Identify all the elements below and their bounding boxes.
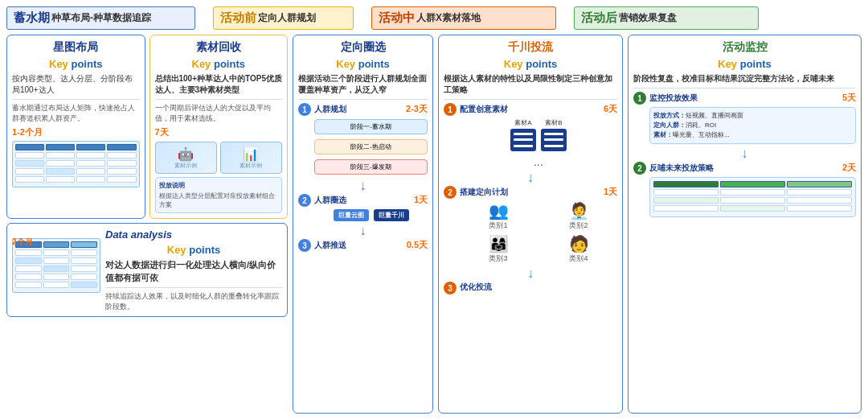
star-layout-title: 星图布局 — [12, 40, 140, 55]
phase-headers: 蓄水期 种草布局-种草数据追踪 活动前 定向人群规划 活动中 人群X素材落地 活… — [6, 6, 862, 30]
star-table-mock — [12, 141, 140, 187]
content-row: 星图布局 Key points 按内容类型、达人分层、分阶段布局100+达人 蓄… — [6, 35, 862, 414]
qc-step1-label: 配置创意素材 — [460, 104, 508, 115]
monitor-title: 活动监控 — [633, 40, 856, 55]
qianchuan-card: 千川投流 Key points 根据达人素材的特性以及局限性制定三种创意加工策略… — [438, 35, 623, 414]
logo2: 巨量千川 — [374, 209, 409, 221]
film-icon-b — [541, 129, 567, 151]
qc-step3-label: 优化投流 — [460, 282, 492, 293]
qc-step1-time: 6天 — [604, 103, 617, 115]
cat4: 🧑 类别4 — [540, 234, 617, 264]
arrow2: ↓ — [298, 224, 428, 237]
mon-step2-time: 2天 — [842, 162, 856, 174]
step2-time: 1天 — [414, 194, 428, 206]
mon-step2-label: 反哺未来投放策略 — [649, 163, 714, 174]
pre-section: 星图布局 Key points 按内容类型、达人分层、分阶段布局100+达人 蓄… — [6, 35, 288, 414]
qc-arrow2: ↓ — [444, 267, 617, 280]
material-time-badge: 7天 — [155, 126, 169, 138]
data-body-small: 持续追踪达人效果，以及时细化人群的重叠转化率跟踪阶段数。 — [105, 291, 282, 311]
audience-step-3: 3 人群推送 0.5天 — [298, 239, 428, 252]
qc-step2-time: 1天 — [604, 186, 617, 198]
monitor-details-card: 投放方式：短视频、直播间画面 定向人群：消耗、ROI 素材：曝光量、互动指标..… — [649, 107, 856, 144]
after-section: 活动监控 Key points 阶段性复盘，校准目标和结果沉淀完整方法论，反哺未… — [628, 35, 862, 414]
audience-plan-card: 定向圈选 Key points 根据活动三个阶段进行人群规划全面覆盖种草资产，从… — [293, 35, 433, 414]
step2-label: 人群圈选 — [314, 195, 346, 206]
ellipsis: ... — [460, 155, 617, 168]
data-text-area: Data analysis Key points 对达人数据进行归一化处理达人横… — [105, 229, 282, 311]
pre-sublabel: 种草布局-种草数据追踪 — [51, 11, 151, 25]
mat-b: 素材B — [541, 118, 567, 154]
qc-step-2: 2 搭建定向计划 1天 👥 类别1 — [444, 186, 617, 264]
step1-time: 2-3天 — [406, 103, 428, 115]
qianchuan-title: 千川投流 — [444, 40, 617, 55]
audience-plan-title: 定向圈选 — [298, 40, 428, 55]
audience-step-2: 2 人群圈选 1天 巨量云图 巨量千川 — [298, 194, 428, 221]
star-layout-body: 按内容类型、达人分层、分阶段布局100+达人 — [12, 73, 140, 96]
stage3: 阶段三-爆发期 — [314, 159, 428, 175]
monitor-details: 投放方式：短视频、直播间画面 定向人群：消耗、ROI 素材：曝光量、互动指标..… — [653, 111, 852, 140]
qc-step-1: 1 配置创意素材 6天 素材A — [444, 103, 617, 168]
mon-arrow1: ↓ — [633, 147, 856, 160]
before-section: 定向圈选 Key points 根据活动三个阶段进行人群规划全面覆盖种草资产，从… — [293, 35, 433, 414]
after-sublabel: 营销效果复盘 — [619, 11, 677, 25]
material-collect-card: 素材回收 Key points 总结出100+种草达人中的TOP5优质达人、主要… — [149, 35, 289, 219]
qc-step2-label: 搭建定向计划 — [460, 187, 508, 198]
qc-step-3: 3 优化投流 — [444, 282, 617, 294]
stage1: 阶段一-蓄水期 — [314, 119, 428, 134]
material-mini-card: 投放说明 根据达人类型分层配置对应投放素材组合方案 — [155, 177, 283, 213]
phase-header-pre: 蓄水期 种草布局-种草数据追踪 — [6, 6, 195, 30]
mon-step1-time: 5天 — [842, 92, 856, 104]
mon-step1-label: 监控投放效果 — [649, 93, 698, 104]
film-icon-a — [510, 129, 536, 151]
monitor-step-2: 2 反哺未来投放策略 2天 — [633, 162, 856, 217]
after-highlight: 活动后 — [581, 10, 617, 26]
audience-kp: Key points — [298, 58, 428, 70]
qianchuan-body: 根据达人素材的特性以及局限性制定三种创意加工策略 — [444, 73, 617, 96]
data-table-area: 2个月 — [12, 229, 100, 311]
main-container: 蓄水期 种草布局-种草数据追踪 活动前 定向人群规划 活动中 人群X素材落地 活… — [0, 0, 868, 420]
step1-label: 人群规划 — [314, 104, 346, 115]
during-highlight: 活动中 — [379, 10, 415, 26]
monitor-kp: Key points — [633, 58, 856, 70]
logo-bar: 巨量云图 巨量千川 — [314, 209, 428, 221]
step3-label: 人群推送 — [314, 240, 346, 251]
mat-a: 素材A — [510, 118, 536, 154]
material-img1: 🤖 素材示例 — [155, 142, 217, 174]
phase-header-before: 活动前 定向人群规划 — [213, 6, 354, 30]
cat1: 👥 类别1 — [460, 201, 537, 231]
star-layout-card: 星图布局 Key points 按内容类型、达人分层、分阶段布局100+达人 蓄… — [6, 35, 145, 219]
material-body2: 一个周期后评估达人的大促以及平均值，用于素材选练。 — [155, 103, 283, 123]
star-layout-body2: 蓄水期通过布局达人矩阵，快速抢占人群赛道积累人群资产。 — [12, 103, 140, 123]
data-card-title: Data analysis — [105, 229, 282, 241]
material-body-bold: 总结出100+种草达人中的TOP5优质达人、主要3种素材类型 — [155, 73, 283, 96]
data-time: 2个月 — [12, 237, 33, 248]
material-img2: 📊 素材示例 — [220, 142, 282, 174]
star-kp-label: Key points — [12, 58, 140, 70]
monitor-body: 阶段性复盘，校准目标和结果沉淀完整方法论，反哺未来 — [633, 73, 856, 84]
data-analysis-card: 2个月 — [6, 223, 288, 317]
before-highlight: 活动前 — [220, 10, 256, 26]
monitor-summary-card — [649, 177, 856, 217]
qianchuan-kp: Key points — [444, 58, 617, 70]
before-sublabel: 定向人群规划 — [258, 11, 316, 25]
material-boxes: 素材A 素材B — [460, 118, 617, 154]
pre-highlight: 蓄水期 — [14, 10, 50, 26]
material-kp-label: Key points — [155, 58, 283, 70]
step3-time: 0.5天 — [407, 239, 428, 251]
star-time-badge: 1-2个月 — [12, 126, 43, 138]
data-analysis-inner: 2个月 — [12, 229, 282, 311]
phase-header-during: 活动中 人群X素材落地 — [371, 6, 556, 30]
cat3: 👨‍👩‍👧 类别3 — [460, 234, 537, 264]
logo1: 巨量云图 — [334, 209, 369, 221]
monitor-step-1: 1 监控投放效果 5天 投放方式：短视频、直播间画面 定向人群：消耗、ROI 素… — [633, 92, 856, 144]
material-title: 素材回收 — [155, 40, 283, 55]
audience-body: 根据活动三个阶段进行人群规划全面覆盖种草资产，从泛入窄 — [298, 73, 428, 96]
data-kp: Key points — [105, 244, 282, 256]
during-section: 千川投流 Key points 根据达人素材的特性以及局限性制定三种创意加工策略… — [438, 35, 623, 414]
pre-top-cards: 星图布局 Key points 按内容类型、达人分层、分阶段布局100+达人 蓄… — [6, 35, 288, 219]
cat-grid: 👥 类别1 🧑‍💼 类别2 👨‍👩‍👧 类别3 — [460, 201, 617, 264]
cat2: 🧑‍💼 类别2 — [540, 201, 617, 231]
sub-stages: 阶段一-蓄水期 阶段二-热启动 阶段三-爆发期 — [314, 117, 428, 176]
arrow1: ↓ — [298, 179, 428, 192]
stage2: 阶段二-热启动 — [314, 139, 428, 154]
